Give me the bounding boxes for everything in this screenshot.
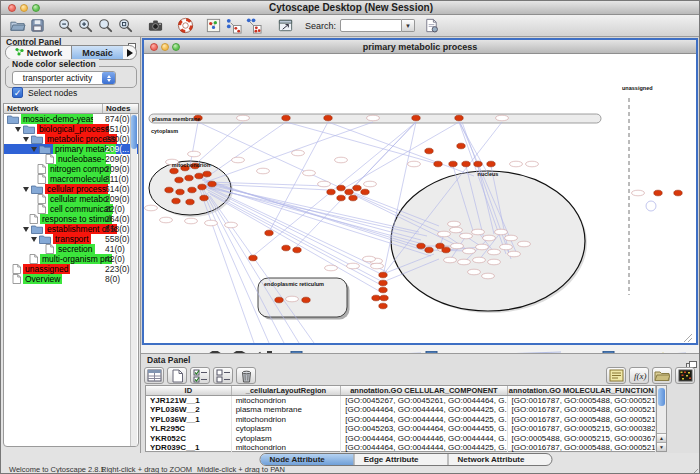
network-name-label[interactable]: secretion bbox=[56, 244, 95, 254]
tabs-overflow-arrow[interactable] bbox=[123, 46, 136, 59]
cell-value[interactable]: [GO:0005488, GO:0005215, GO:0003674] bbox=[508, 434, 656, 443]
expander-icon[interactable] bbox=[31, 237, 37, 242]
network-name-label[interactable]: macromolecule bbox=[48, 174, 110, 184]
select-nodes-checkbox[interactable]: ✓ bbox=[12, 87, 23, 98]
tree-row[interactable]: mosaic-demo-yeast874(0) bbox=[4, 114, 138, 124]
tree-row[interactable]: nucleobase-209(0) bbox=[4, 154, 138, 164]
float-data-panel-icon[interactable] bbox=[686, 356, 697, 365]
table-scrollbar[interactable]: ▲ ▼ bbox=[657, 385, 667, 452]
network-name-label[interactable]: multi-organism pro bbox=[40, 254, 112, 264]
expander-icon[interactable] bbox=[23, 227, 29, 232]
cell-value[interactable]: [GO:0016787, GO:0005488, GO:0005215, G..… bbox=[508, 405, 656, 414]
tree-row[interactable]: unassigned223(0) bbox=[4, 264, 138, 274]
tree-row[interactable]: cellular metabo209(0) bbox=[4, 194, 138, 204]
scroll-down-icon[interactable]: ▼ bbox=[657, 442, 666, 451]
search-dropdown-icon[interactable]: ▼ bbox=[402, 19, 415, 32]
tree-row[interactable]: nitrogen compo209(0) bbox=[4, 164, 138, 174]
table-column-header[interactable]: annotation.GO CELLULAR_COMPONENT bbox=[341, 386, 507, 395]
expander-icon[interactable] bbox=[23, 187, 29, 192]
network-canvas[interactable]: plasma membranecytoplasmmitochondrionnuc… bbox=[144, 54, 696, 343]
function-builder-icon[interactable]: f(x) bbox=[629, 367, 649, 384]
table-row[interactable]: YPL036W__1mitochondrion[GO:0044464, GO:0… bbox=[146, 415, 656, 424]
network-name-label[interactable]: cellular metabo bbox=[48, 194, 110, 204]
attribute-form-icon[interactable] bbox=[606, 367, 626, 384]
network-name-label[interactable]: biological_process bbox=[37, 124, 109, 134]
tree-row[interactable]: response to stimulu264(0) bbox=[4, 214, 138, 224]
cell-value[interactable]: [GO:0044464, GO:0044444, GO:0044425, G..… bbox=[341, 443, 507, 452]
cell-value[interactable]: [GO:0045267, GO:0045261, GO:0044464, G..… bbox=[341, 396, 507, 405]
cell-id[interactable]: YDR039C__1 bbox=[146, 443, 232, 452]
cell-id[interactable]: YJR121W__1 bbox=[146, 396, 232, 405]
matrix-view-icon[interactable] bbox=[675, 367, 695, 384]
tree-row[interactable]: multi-organism pro42(0) bbox=[4, 254, 138, 264]
tree-row[interactable]: macromolecule311(0) bbox=[4, 174, 138, 184]
table-row[interactable]: YLR295Ccytoplasm[GO:0045263, GO:0044464,… bbox=[146, 424, 656, 433]
cell-value[interactable]: [GO:0016787, GO:0005215, GO:0003824, G..… bbox=[508, 424, 656, 433]
network-name-label[interactable]: nucleobase- bbox=[56, 154, 106, 164]
network-name-label[interactable]: cellular process bbox=[45, 184, 108, 194]
cell-value[interactable]: [GO:0044464, GO:0044446, GO:0044444, G..… bbox=[341, 434, 507, 443]
cell-value[interactable]: plasma membrane bbox=[232, 405, 342, 414]
save-session-icon[interactable] bbox=[27, 16, 47, 36]
network-name-label[interactable]: unassigned bbox=[23, 264, 70, 274]
expander-icon[interactable] bbox=[23, 137, 29, 142]
tab-network[interactable]: Network bbox=[6, 46, 72, 59]
resize-grip-icon[interactable] bbox=[689, 464, 699, 474]
table-row[interactable]: YPL036W__2plasma membrane[GO:0044464, GO… bbox=[146, 405, 656, 414]
tree-row[interactable]: cellular process614(0) bbox=[4, 184, 138, 194]
network-name-label[interactable]: Overview bbox=[23, 274, 62, 284]
zoom-fit-icon[interactable] bbox=[95, 16, 115, 36]
tree-scrollbar[interactable] bbox=[130, 114, 137, 447]
network-name-label[interactable]: cell communicat bbox=[48, 204, 113, 214]
tab-mosaic[interactable]: Mosaic bbox=[72, 46, 123, 59]
tree-row[interactable]: cell communicat22(0) bbox=[4, 204, 138, 214]
network-view-window[interactable]: primary metabolic process plasma membran… bbox=[142, 38, 698, 345]
zoom-out-icon[interactable] bbox=[55, 16, 75, 36]
network-name-label[interactable]: nitrogen compo bbox=[48, 164, 111, 174]
network-name-label[interactable]: response to stimulu bbox=[40, 214, 112, 224]
unselect-attributes-icon[interactable] bbox=[213, 367, 233, 384]
tree-row[interactable]: secretion41(0) bbox=[4, 244, 138, 254]
network-window-titlebar[interactable]: primary metabolic process bbox=[144, 40, 696, 54]
tree-row[interactable]: biological_process651(0) bbox=[4, 124, 138, 134]
delete-attribute-icon[interactable] bbox=[236, 367, 256, 384]
network-name-label[interactable]: mosaic-demo-yeast bbox=[21, 114, 93, 124]
open-session-icon[interactable] bbox=[7, 16, 27, 36]
cell-value[interactable]: cytoplasm bbox=[232, 434, 342, 443]
table-column-header[interactable]: _cellularLayoutRegion bbox=[232, 386, 342, 395]
table-row[interactable]: YJR121W__1mitochondrion[GO:0045267, GO:0… bbox=[146, 396, 656, 405]
node-color-dropdown[interactable]: transporter activity bbox=[12, 71, 116, 85]
layout-icon-a[interactable] bbox=[223, 16, 243, 36]
cell-value[interactable]: [GO:0016787, GO:0005488, GO:0005215, G..… bbox=[508, 396, 656, 405]
cell-value[interactable]: cytoplasm bbox=[232, 424, 342, 433]
cell-value[interactable]: [GO:0016787, GO:0005488, GO:0005215, G..… bbox=[508, 415, 656, 424]
cell-value[interactable]: [GO:0016787, GO:0005488, GO:0005215, G..… bbox=[508, 443, 656, 452]
cell-id[interactable]: YPL036W__2 bbox=[146, 405, 232, 414]
zoom-in-icon[interactable] bbox=[75, 16, 95, 36]
tree-row[interactable]: metabolic process280(0) bbox=[4, 134, 138, 144]
attribute-table[interactable]: ID_cellularLayoutRegionannotation.GO CEL… bbox=[145, 385, 657, 452]
search-input[interactable] bbox=[340, 19, 402, 32]
help-icon[interactable] bbox=[175, 16, 195, 36]
cell-id[interactable]: YKR052C bbox=[146, 434, 232, 443]
tree-row[interactable]: establishment of lo558(0) bbox=[4, 224, 138, 234]
manage-networks-icon[interactable] bbox=[275, 16, 295, 36]
tree-row[interactable]: transport558(0) bbox=[4, 234, 138, 244]
tree-row[interactable]: Overview8(0) bbox=[4, 274, 138, 284]
layout-icon-b[interactable] bbox=[243, 16, 263, 36]
tree-row[interactable]: primary metabo209(... bbox=[4, 144, 138, 154]
network-name-label[interactable]: transport bbox=[53, 234, 91, 244]
cell-value[interactable]: [GO:0044464, GO:0044444, GO:0044425, G..… bbox=[341, 405, 507, 414]
import-attributes-icon[interactable] bbox=[652, 367, 672, 384]
cell-value[interactable]: mitochondrion bbox=[232, 396, 342, 405]
cell-value[interactable]: [GO:0045263, GO:0044464, GO:0044455, G..… bbox=[341, 424, 507, 433]
table-row[interactable]: YKR052Ccytoplasm[GO:0044464, GO:0044446,… bbox=[146, 434, 656, 443]
scroll-up-icon[interactable]: ▲ bbox=[657, 433, 666, 442]
vizmapper-icon[interactable] bbox=[203, 16, 223, 36]
zoom-selected-icon[interactable] bbox=[115, 16, 135, 36]
expander-icon[interactable] bbox=[15, 127, 21, 132]
cell-value[interactable]: [GO:0044464, GO:0044444, GO:0044425, G..… bbox=[341, 415, 507, 424]
snapshot-icon[interactable] bbox=[145, 16, 165, 36]
cell-id[interactable]: YPL036W__1 bbox=[146, 415, 232, 424]
select-attributes-icon[interactable] bbox=[190, 367, 210, 384]
